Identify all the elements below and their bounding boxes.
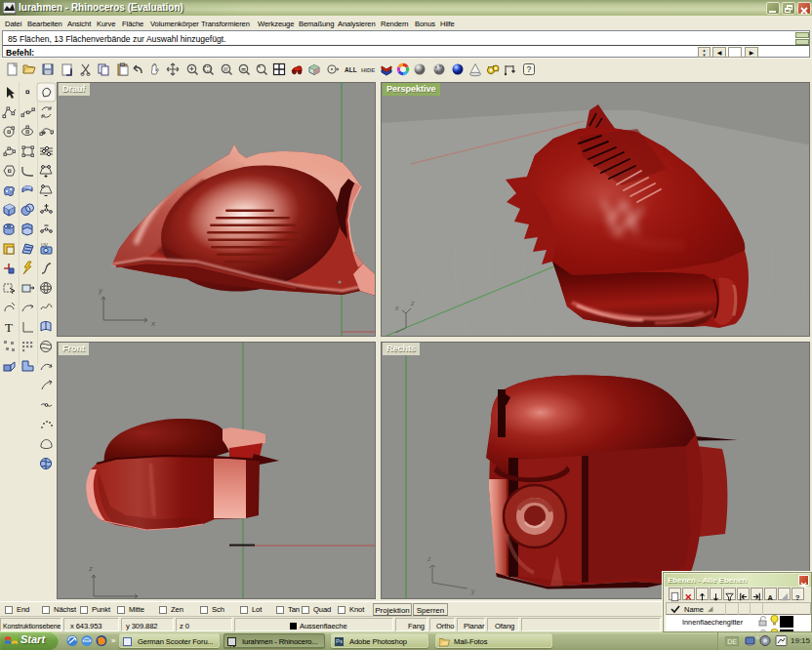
svg-text:x: x — [150, 319, 156, 328]
svg-text:y: y — [98, 286, 103, 295]
svg-text:z: z — [410, 300, 415, 306]
svg-text:y: y — [470, 588, 475, 595]
svg-text:HIDE: HIDE — [361, 67, 375, 73]
svg-text:x: x — [141, 595, 146, 599]
svg-text:?: ? — [526, 64, 531, 74]
svg-text:A: A — [768, 593, 774, 602]
svg-text:?: ? — [795, 593, 800, 602]
svg-text:T: T — [5, 320, 13, 335]
svg-text:»: » — [111, 636, 116, 645]
svg-text:y: y — [388, 335, 393, 336]
svg-text:z: z — [88, 564, 93, 573]
svg-text:ALL: ALL — [345, 66, 357, 73]
svg-text:z: z — [426, 555, 431, 562]
svg-text:x: x — [394, 305, 399, 311]
